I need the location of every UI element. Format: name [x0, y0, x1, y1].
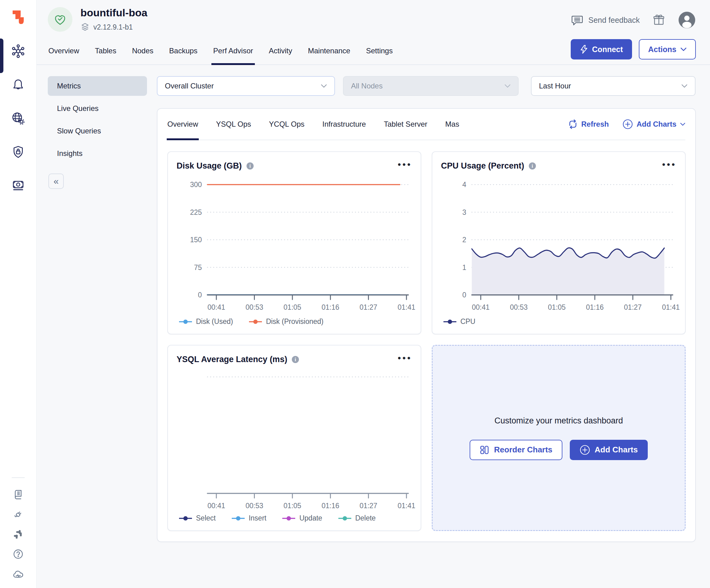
sidebar-item-live-queries[interactable]: Live Queries — [48, 99, 147, 118]
y-axis-tick-label: 3 — [462, 208, 466, 216]
cpu-usage-chart: 00:4100:5301:0501:1601:2701:4101234 — [441, 176, 677, 313]
add-charts-dropdown[interactable]: Add Charts — [622, 119, 685, 130]
time-range-select[interactable]: Last Hour — [531, 76, 695, 96]
send-feedback-label: Send feedback — [588, 16, 640, 25]
legend-marker-icon — [179, 319, 192, 324]
legend-item[interactable]: Insert — [232, 514, 266, 522]
cluster-tabbar: Overview Tables Nodes Backups Perf Advis… — [37, 39, 710, 65]
metrics-tab-ysql-ops[interactable]: YSQL Ops — [216, 109, 251, 140]
slack-icon[interactable] — [13, 529, 24, 540]
x-axis-tick-label: 01:27 — [360, 303, 378, 311]
feedback-bubble-icon — [571, 14, 584, 26]
x-axis-tick-label: 00:53 — [245, 502, 263, 510]
chart-title: CPU Usage (Percent) — [441, 161, 524, 171]
perf-advisor-content: Metrics Live Queries Slow Queries Insigh… — [37, 65, 710, 588]
clusters-nav-icon[interactable] — [11, 44, 26, 58]
time-range-value: Last Hour — [539, 82, 571, 90]
status-cloud-icon[interactable] — [12, 568, 24, 581]
legend-item[interactable]: Select — [179, 514, 216, 522]
health-badge — [48, 7, 72, 32]
legend-item[interactable]: Disk (Provisioned) — [249, 317, 324, 326]
tab-nodes[interactable]: Nodes — [131, 39, 154, 64]
user-avatar[interactable] — [678, 11, 696, 29]
legend-item[interactable]: Delete — [338, 514, 376, 522]
tab-activity[interactable]: Activity — [268, 39, 293, 64]
regions-globe-gear-icon[interactable] — [11, 111, 26, 126]
metrics-tab-ycql-ops[interactable]: YCQL Ops — [269, 109, 305, 140]
chevron-down-icon — [680, 47, 687, 51]
add-charts-button[interactable]: Add Charts — [570, 440, 648, 460]
chart-legend: SelectInsertUpdateDelete — [176, 514, 412, 522]
version-label: v2.12.9.1-b1 — [93, 23, 133, 31]
refresh-icon — [568, 119, 577, 129]
main-area: bountiful-boa v2.12.9.1-b1 Send feedbac — [37, 0, 710, 588]
connect-button[interactable]: Connect — [571, 39, 632, 60]
gift-icon[interactable] — [652, 13, 666, 27]
bolt-icon — [580, 45, 588, 54]
tab-perf-advisor[interactable]: Perf Advisor — [213, 39, 254, 64]
legend-label: Update — [299, 514, 322, 522]
metrics-tab-master-truncated[interactable]: Mas — [445, 109, 459, 140]
svg-text:i: i — [249, 163, 251, 169]
collapse-sidebar-button[interactable]: « — [48, 173, 64, 189]
info-icon[interactable]: i — [291, 355, 300, 363]
metrics-filters: Overall Cluster All Nodes Last Hour — [157, 76, 696, 96]
reorder-charts-label: Reorder Charts — [494, 445, 552, 454]
info-icon[interactable]: i — [246, 162, 254, 170]
charts-grid: Disk Usage (GB) i ••• 00:4100:5301:0501:… — [167, 151, 685, 531]
actions-label: Actions — [648, 45, 677, 54]
cluster-tabs: Overview Tables Nodes Backups Perf Advis… — [48, 39, 393, 64]
legend-item[interactable]: Update — [282, 514, 322, 522]
metrics-tab-overview[interactable]: Overview — [167, 109, 198, 140]
docs-book-icon[interactable] — [12, 489, 24, 500]
legend-label: Delete — [355, 514, 376, 522]
tab-settings[interactable]: Settings — [365, 39, 394, 64]
customize-dashboard-panel: Customize your metrics dashboard Reorder… — [432, 345, 686, 531]
nodes-scope-select[interactable]: All Nodes — [343, 76, 519, 96]
alerts-bell-icon[interactable] — [11, 78, 25, 92]
y-axis-tick-label: 0 — [198, 291, 202, 299]
send-feedback-button[interactable]: Send feedback — [571, 14, 640, 26]
y-axis-tick-label: 4 — [462, 181, 466, 189]
metrics-tab-tablet-server[interactable]: Tablet Server — [384, 109, 427, 140]
chart-menu-button[interactable]: ••• — [662, 160, 677, 172]
sidebar-item-metrics[interactable]: Metrics — [48, 76, 147, 96]
tab-overview[interactable]: Overview — [48, 39, 80, 64]
yugabyte-logo-icon — [9, 9, 27, 26]
chart-menu-button[interactable]: ••• — [398, 353, 412, 365]
chart-menu-button[interactable]: ••• — [398, 160, 412, 172]
chevron-down-icon — [321, 84, 327, 88]
actions-button[interactable]: Actions — [639, 39, 696, 60]
chart-title: YSQL Average Latency (ms) — [176, 355, 287, 364]
cluster-scope-select[interactable]: Overall Cluster — [157, 76, 335, 96]
refresh-button[interactable]: Refresh — [568, 119, 609, 129]
y-axis-tick-label: 300 — [190, 181, 202, 189]
y-axis-tick-label: 0 — [462, 291, 466, 299]
legend-label: Disk (Used) — [196, 317, 233, 326]
tab-backups[interactable]: Backups — [169, 39, 198, 64]
legend-item[interactable]: CPU — [444, 317, 475, 326]
legend-item[interactable]: Disk (Used) — [179, 317, 233, 326]
legend-marker-icon — [179, 516, 192, 521]
help-icon[interactable] — [12, 548, 24, 560]
active-nav-indicator — [0, 39, 3, 73]
security-shield-lock-icon[interactable] — [11, 145, 25, 159]
y-axis-tick-label: 75 — [194, 263, 202, 272]
cluster-scope-value: Overall Cluster — [165, 82, 214, 90]
rail-divider — [12, 477, 25, 478]
app-icon-rail — [0, 0, 37, 588]
metrics-tabbar: Overview YSQL Ops YCQL Ops Infrastructur… — [167, 109, 685, 140]
rail-bottom-links — [12, 477, 25, 581]
billing-cash-icon[interactable] — [11, 178, 25, 192]
metrics-tab-infrastructure[interactable]: Infrastructure — [322, 109, 366, 140]
integrations-plug-icon[interactable] — [12, 509, 24, 520]
reorder-charts-button[interactable]: Reorder Charts — [470, 440, 562, 460]
sidebar-item-slow-queries[interactable]: Slow Queries — [48, 121, 147, 141]
chart-title: Disk Usage (GB) — [176, 161, 242, 171]
yugabyte-logo[interactable] — [9, 5, 27, 29]
tab-maintenance[interactable]: Maintenance — [307, 39, 351, 64]
y-axis-tick-label: 1 — [462, 263, 466, 272]
sidebar-item-insights[interactable]: Insights — [48, 144, 147, 163]
info-icon[interactable]: i — [528, 162, 537, 170]
tab-tables[interactable]: Tables — [94, 39, 117, 64]
